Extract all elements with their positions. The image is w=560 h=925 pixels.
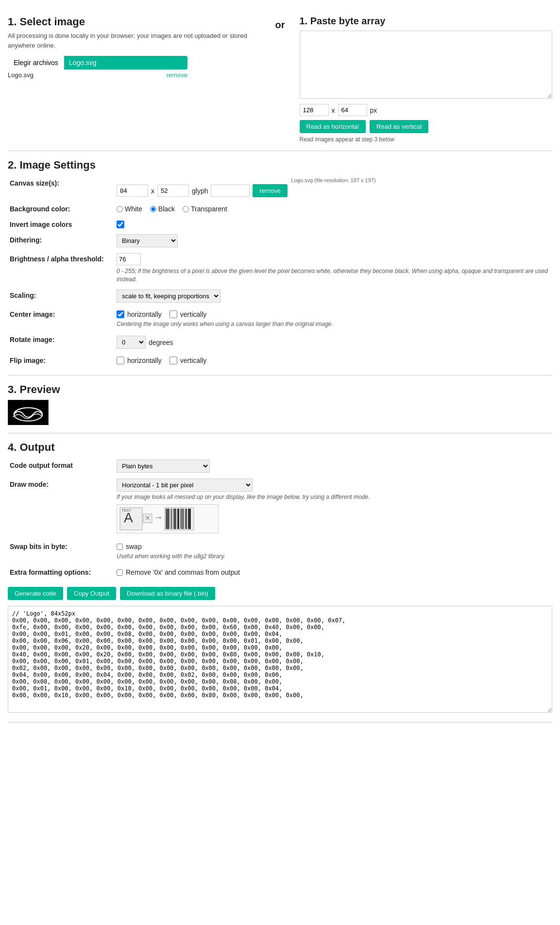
- extra-checkbox-label: Remove '0x' and commas from output: [126, 568, 240, 576]
- read-vertical-button[interactable]: Read as vertical: [370, 120, 428, 133]
- download-binary-button[interactable]: Download as binary file (.bin): [120, 587, 215, 600]
- extra-format-cell: Remove '0x' and commas from output: [115, 564, 552, 579]
- canvas-x-label: x: [151, 187, 154, 195]
- flip-cell: horizontally vertically: [115, 352, 552, 367]
- select-image-subtitle: All processing is done locally in your b…: [8, 31, 261, 50]
- extra-checkbox-row: Remove '0x' and commas from output: [117, 568, 550, 576]
- paste-height-input[interactable]: [338, 104, 367, 116]
- canvas-info: Logo.svg (file resolution: 197 x 197): [117, 177, 550, 183]
- draw-mode-row: Draw mode: Horizontal - 1 bit per pixel …: [8, 476, 552, 538]
- select-image-title: 1. Select image: [8, 16, 261, 28]
- bg-transparent-option[interactable]: Transparent: [183, 205, 227, 213]
- swap-checkbox-label: swap: [126, 543, 142, 550]
- svg-rect-11: [173, 509, 176, 529]
- file-name-in-bar: Logo.svg: [64, 56, 187, 69]
- extra-format-label: Extra formatting options:: [8, 564, 115, 579]
- draw-mode-svg: A TEST ✕ →: [119, 507, 216, 531]
- brightness-row: Brightness / alpha threshold: 0 - 255; i…: [8, 250, 552, 287]
- canvas-row: x glyph remove: [117, 184, 550, 197]
- invert-checkbox[interactable]: [117, 221, 124, 228]
- paste-textarea[interactable]: [300, 31, 553, 99]
- draw-mode-label: Draw mode:: [8, 476, 115, 538]
- paste-size-row: x px: [300, 104, 553, 116]
- center-cell: horizontally vertically Centering the im…: [115, 306, 552, 331]
- brightness-cell: 0 - 255; if the brightness of a pixel is…: [115, 250, 552, 287]
- extra-checkbox[interactable]: [117, 569, 123, 576]
- draw-mode-select[interactable]: Horizontal - 1 bit per pixel Vertical - …: [117, 479, 253, 492]
- flip-horiz-checkbox[interactable]: [117, 357, 124, 364]
- canvas-size-row: Canvas size(s): Logo.svg (file resolutio…: [8, 174, 552, 200]
- svg-rect-13: [180, 509, 184, 529]
- generate-code-button[interactable]: Generate code: [8, 587, 63, 600]
- bg-radio-group: White Black Transparent: [117, 205, 550, 213]
- extra-format-row: Extra formatting options: Remove '0x' an…: [8, 564, 552, 579]
- bg-color-cell: White Black Transparent: [115, 200, 552, 216]
- bg-white-option[interactable]: White: [117, 205, 142, 213]
- read-horizontal-button[interactable]: Read as horizontal: [300, 120, 366, 133]
- flip-vert-label: vertically: [180, 357, 206, 364]
- bg-black-radio[interactable]: [150, 206, 156, 212]
- file-row-filename: Logo.svg: [8, 71, 167, 79]
- swap-cell: swap Useful when working with the u8g2 l…: [115, 538, 552, 564]
- draw-mode-cell: Horizontal - 1 bit per pixel Vertical - …: [115, 476, 552, 538]
- code-format-row: Code output format Plain bytes Arduino c…: [8, 457, 552, 476]
- svg-rect-9: [166, 509, 170, 529]
- rotate-cell: 0 90 180 270 degrees: [115, 331, 552, 352]
- dithering-label: Dithering:: [8, 231, 115, 250]
- code-output-textarea[interactable]: [8, 606, 552, 713]
- section-3: 3. Preview: [8, 376, 552, 433]
- action-buttons: Generate code Copy Output Download as bi…: [8, 587, 552, 600]
- bg-white-radio[interactable]: [117, 206, 123, 212]
- code-format-label: Code output format: [8, 457, 115, 476]
- center-horiz-checkbox[interactable]: [117, 310, 124, 318]
- svg-text:✕: ✕: [145, 514, 151, 522]
- code-format-cell: Plain bytes Arduino code C code Arduino …: [115, 457, 552, 476]
- degrees-label: degrees: [149, 339, 173, 346]
- bg-transparent-radio[interactable]: [183, 206, 189, 212]
- flip-checkbox-row: horizontally vertically: [117, 357, 550, 364]
- center-vert-checkbox[interactable]: [170, 310, 177, 318]
- svg-rect-15: [188, 509, 191, 529]
- bg-black-option[interactable]: Black: [150, 205, 175, 213]
- svg-rect-14: [185, 509, 187, 529]
- invert-row: Invert image colors: [8, 216, 552, 231]
- flip-vert-checkbox[interactable]: [170, 357, 177, 364]
- output-title: 4. Output: [8, 441, 552, 454]
- brightness-hint: 0 - 255; if the brightness of a pixel is…: [117, 267, 550, 284]
- file-row: Logo.svg remove: [8, 71, 187, 79]
- rotate-select[interactable]: 0 90 180 270: [117, 336, 146, 349]
- flip-label: Flip image:: [8, 352, 115, 367]
- center-checkbox-row: horizontally vertically: [117, 310, 550, 318]
- canvas-height-input[interactable]: [157, 185, 189, 197]
- scaling-select[interactable]: scale to fit, keeping proportions scale …: [117, 290, 221, 303]
- code-output-wrapper: [8, 606, 552, 714]
- degrees-row: 0 90 180 270 degrees: [117, 336, 550, 349]
- dithering-select[interactable]: Binary Floyd-Steinberg Atkinson None: [117, 234, 178, 247]
- choose-files-button[interactable]: Elegir archivos: [8, 56, 64, 69]
- dithering-row: Dithering: Binary Floyd-Steinberg Atkins…: [8, 231, 552, 250]
- canvas-remove-button[interactable]: remove: [253, 184, 287, 197]
- swap-checkbox[interactable]: [117, 544, 123, 550]
- copy-output-button[interactable]: Copy Output: [67, 587, 116, 600]
- canvas-glyph-input[interactable]: [211, 185, 250, 197]
- brightness-input[interactable]: [117, 253, 141, 265]
- canvas-size-cell: Logo.svg (file resolution: 197 x 197) x …: [115, 174, 552, 200]
- bg-color-row: Background color: White Black Transparen…: [8, 200, 552, 216]
- canvas-width-input[interactable]: [117, 185, 148, 197]
- paste-width-input[interactable]: [300, 104, 329, 116]
- or-label: or: [261, 19, 300, 31]
- center-label: Center image:: [8, 306, 115, 331]
- select-image-panel: 1. Select image All processing is done l…: [8, 16, 261, 79]
- paste-size-x: x: [332, 106, 335, 114]
- preview-canvas: [8, 400, 49, 425]
- code-format-select[interactable]: Plain bytes Arduino code C code Arduino …: [117, 460, 210, 473]
- scaling-row: Scaling: scale to fit, keeping proportio…: [8, 287, 552, 306]
- scaling-label: Scaling:: [8, 287, 115, 306]
- svg-rect-12: [177, 509, 179, 529]
- bg-transparent-label: Transparent: [191, 205, 227, 213]
- dithering-cell: Binary Floyd-Steinberg Atkinson None: [115, 231, 552, 250]
- settings-table: Canvas size(s): Logo.svg (file resolutio…: [8, 174, 552, 367]
- center-hint: Centering the image only works when usin…: [117, 320, 550, 328]
- section-2: 2. Image Settings Canvas size(s): Logo.s…: [8, 151, 552, 376]
- file-remove-link[interactable]: remove: [167, 71, 187, 79]
